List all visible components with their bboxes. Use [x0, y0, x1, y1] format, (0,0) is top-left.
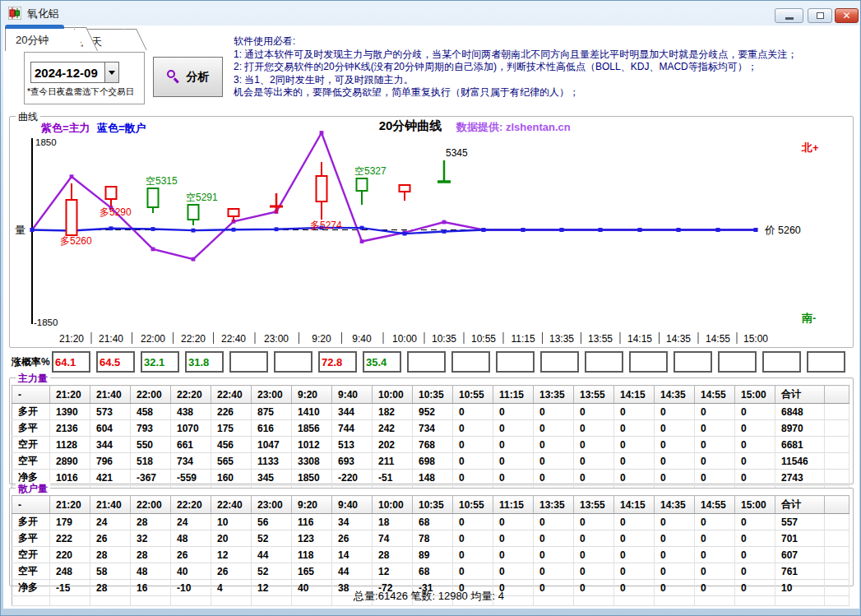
cell-value: 12 [211, 547, 252, 563]
svg-text:21:20: 21:20 [59, 333, 84, 345]
column-header: 15:00 [735, 386, 775, 404]
cell-value: 179 [50, 514, 90, 530]
cell-value: 1410 [292, 404, 332, 420]
cell-value: 0 [655, 470, 695, 486]
column-header [825, 386, 849, 404]
cell-value: 0 [453, 420, 493, 437]
cell-value: 875 [252, 404, 292, 420]
cell-value: 0 [614, 453, 655, 470]
curve-groupbox-label: 曲线 [16, 110, 40, 124]
cell-value: 0 [574, 470, 614, 486]
cell-value: 0 [574, 420, 614, 437]
maximize-icon [817, 12, 824, 19]
column-header: 10:55 [453, 386, 493, 404]
svg-text:北+: 北+ [801, 141, 819, 154]
close-button[interactable]: ✕ [835, 8, 859, 23]
cell-value: 768 [413, 437, 453, 453]
column-header: - [12, 386, 50, 404]
cell-value: 0 [493, 563, 534, 580]
cell-value: 0 [695, 470, 735, 486]
cell-value: 89 [413, 547, 453, 563]
cell-value: 0 [574, 404, 614, 420]
svg-text:多5260: 多5260 [60, 235, 92, 247]
svg-text:空5327: 空5327 [354, 165, 387, 177]
table-row: 多开13905734584382268751410344182952000000… [12, 404, 849, 420]
cell-value: 616 [252, 420, 292, 437]
svg-text:15:00: 15:00 [743, 333, 768, 345]
trade-date-select[interactable]: 2024-12-09 [30, 62, 119, 83]
svg-text:数据提供: zlshentan.cn: 数据提供: zlshentan.cn [456, 121, 571, 133]
svg-text:10:55: 10:55 [471, 333, 496, 345]
probability-value-box: 72.8 [318, 351, 357, 373]
minimize-icon [785, 17, 794, 20]
cell-value: 1016 [50, 470, 90, 486]
column-header: 22:20 [171, 386, 211, 404]
cell-value: 44 [252, 547, 292, 563]
minimize-button[interactable] [775, 8, 803, 23]
svg-text:11:15: 11:15 [511, 333, 535, 345]
column-header: 合计 [775, 496, 825, 514]
svg-text:23:00: 23:00 [264, 333, 289, 345]
cell-value: 0 [695, 514, 735, 530]
cell-value: 796 [90, 453, 131, 470]
svg-text:22:00: 22:00 [141, 333, 165, 345]
cell-value: 734 [171, 453, 211, 470]
column-header: 21:20 [50, 496, 90, 514]
probability-value-box: 64.5 [96, 351, 135, 373]
cell-value: 0 [614, 547, 655, 563]
main-force-table: -21:2021:4022:0022:2022:4023:009:209:401… [12, 385, 849, 496]
cell-value: 18 [373, 514, 413, 530]
cell-value: 0 [574, 563, 614, 580]
cell-value: 952 [413, 404, 453, 420]
cell-value: 0 [453, 404, 493, 420]
svg-text:9:20: 9:20 [312, 333, 331, 345]
table-row: 空开11283445506614561047101251320276800000… [12, 437, 849, 453]
probability-value-box [229, 351, 268, 373]
cell-value: 28 [90, 547, 131, 563]
probability-value-box [274, 351, 312, 373]
cell-value: 0 [493, 420, 534, 437]
column-header: 13:55 [574, 496, 614, 514]
trade-date-value: 2024-12-09 [35, 66, 98, 80]
cell-value: 24 [171, 514, 211, 530]
cell-value: 52 [252, 563, 292, 580]
cell-value: 211 [373, 453, 413, 470]
analyze-button[interactable]: 分析 [153, 57, 223, 97]
cell-value: 0 [695, 437, 735, 453]
cell-value: 456 [211, 437, 252, 453]
usage-instructions: 软件使用必看: 1: 通过本软件可及时发现主力与散户的分歧，当某个时间两者朝南北… [234, 35, 860, 100]
column-header: 9:20 [292, 496, 332, 514]
column-header: 13:35 [534, 386, 574, 404]
cell-value: 12 [373, 563, 413, 580]
cell-value: 0 [534, 420, 574, 437]
cell-value: 557 [775, 514, 825, 530]
cell-value: 0 [493, 470, 534, 486]
cell-value: 123 [292, 530, 332, 547]
column-header: 9:40 [332, 386, 373, 404]
svg-text:空5291: 空5291 [186, 192, 218, 203]
cell-value: 0 [735, 563, 775, 580]
cell-value: 0 [534, 437, 574, 453]
tab-label: 20分钟 [16, 34, 49, 46]
cell-value: 0 [493, 547, 534, 563]
cell-value: 3308 [292, 453, 332, 470]
probability-value-box [407, 351, 446, 373]
maximize-button[interactable] [808, 8, 832, 23]
cell-value: 26 [90, 530, 131, 547]
tab-20min[interactable]: 20分钟 [5, 27, 74, 51]
search-icon [167, 70, 181, 84]
cell-value: 222 [50, 530, 90, 547]
cell-value: 1390 [50, 404, 90, 420]
cell-value: 604 [90, 420, 131, 437]
cell-value: 68 [413, 514, 453, 530]
dropdown-button[interactable] [104, 63, 118, 82]
cell-value: 0 [655, 437, 695, 453]
cell-value: 2890 [50, 453, 90, 470]
cell-value: 1850 [292, 470, 332, 486]
cell-value: 226 [211, 404, 252, 420]
cell-value: 518 [131, 453, 171, 470]
cell-value: 0 [534, 547, 574, 563]
cell-value: 693 [332, 453, 373, 470]
cell-value: 182 [373, 404, 413, 420]
column-header: 14:55 [695, 386, 735, 404]
